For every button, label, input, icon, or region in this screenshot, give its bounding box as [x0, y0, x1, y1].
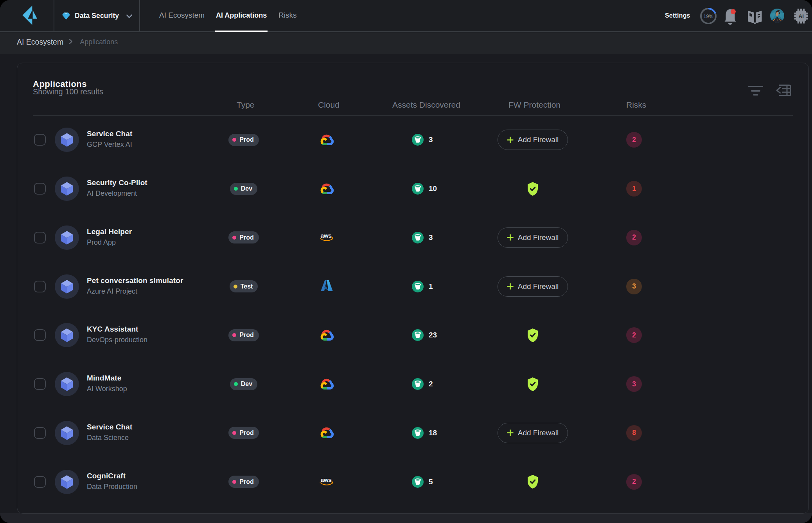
- svg-text:aws: aws: [321, 232, 332, 239]
- svg-text:AI: AI: [798, 13, 804, 19]
- svg-text:aws: aws: [321, 476, 332, 483]
- svg-text:19%: 19%: [703, 14, 713, 19]
